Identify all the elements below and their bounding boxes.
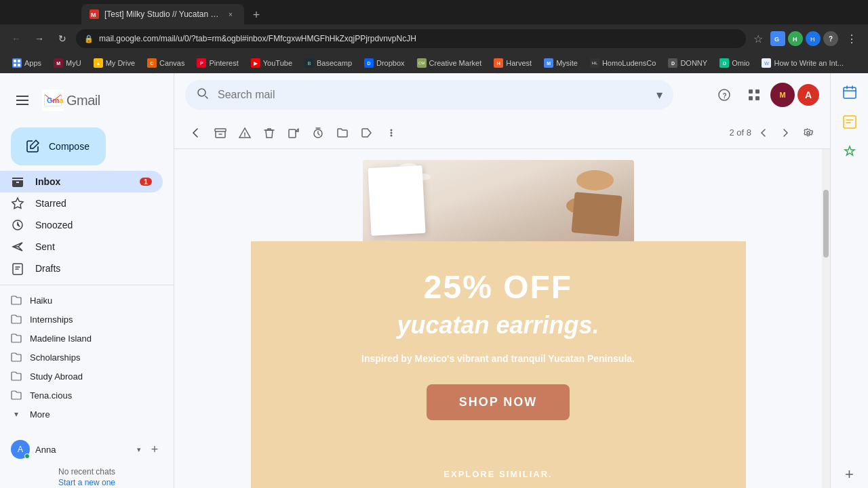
chat-user: A Anna ▾ + xyxy=(11,440,163,459)
svg-rect-27 xyxy=(289,129,296,138)
right-add-button[interactable]: + xyxy=(836,461,863,488)
more-actions-button[interactable] xyxy=(380,122,402,144)
gmail-icon: Gmail xyxy=(42,89,64,111)
chat-avatar[interactable]: A xyxy=(11,440,30,459)
bookmark-dropbox[interactable]: D Dropbox xyxy=(359,55,410,71)
start-chat-link[interactable]: Start a new one xyxy=(11,478,163,487)
canvas-label: Canvas xyxy=(159,59,184,67)
browser-menu-button[interactable]: ⋮ xyxy=(842,29,861,48)
add-chat-button[interactable]: + xyxy=(146,441,163,458)
umn-logo-button[interactable]: M xyxy=(770,83,795,107)
forward-button[interactable]: → xyxy=(30,29,49,48)
pagination-text: 2 of 8 xyxy=(729,127,751,138)
bookmark-youtube[interactable]: ▶ YouTube xyxy=(245,55,298,71)
label-madeline-island[interactable]: Madeline Island xyxy=(0,329,163,348)
search-dropdown-button[interactable]: ▾ xyxy=(656,87,663,102)
folder-button[interactable] xyxy=(332,122,353,144)
creative-market-icon: CM xyxy=(417,58,427,68)
delete-button[interactable] xyxy=(258,122,280,144)
bookmark-donny[interactable]: D DONNY xyxy=(663,55,713,71)
next-email-button[interactable] xyxy=(776,123,795,142)
gmail-app: Gmail Gmail Compose Inbox 1 xyxy=(0,73,868,488)
move-to-button[interactable] xyxy=(283,122,304,144)
bookmark-omio[interactable]: O Omio xyxy=(714,55,755,71)
ext-help-icon[interactable]: ? xyxy=(823,31,838,46)
bookmark-how-to[interactable]: W How to Write an Int... xyxy=(756,55,849,71)
bookmark-harvest[interactable]: H Harvest xyxy=(488,55,537,71)
compose-button[interactable]: Compose xyxy=(11,127,106,165)
bookmark-canvas[interactable]: C Canvas xyxy=(142,55,190,71)
bookmark-myu[interactable]: M MyU xyxy=(48,55,87,71)
nav-item-snoozed[interactable]: Snoozed xyxy=(0,214,163,236)
ext-icon-3[interactable]: H xyxy=(806,31,821,46)
snooze-button[interactable] xyxy=(307,122,329,144)
email-settings-button[interactable] xyxy=(797,122,819,144)
right-keep-icon[interactable] xyxy=(836,138,863,165)
bookmark-basecamp[interactable]: B Basecamp xyxy=(299,55,357,71)
holudens-icon: HL xyxy=(590,58,599,68)
search-bar[interactable]: ▾ xyxy=(185,80,673,110)
bookmark-mysite[interactable]: M Mysite xyxy=(538,55,583,71)
more-item[interactable]: ▾ More xyxy=(0,405,174,424)
scrollbar-thumb[interactable] xyxy=(823,190,829,258)
label-folder-icon xyxy=(11,295,22,306)
bookmark-holudens[interactable]: HL HomoLudensCo xyxy=(585,55,662,71)
creative-market-label: Creative Market xyxy=(429,59,482,67)
svg-rect-10 xyxy=(14,60,16,62)
right-calendar-icon[interactable] xyxy=(836,79,863,106)
canvas-icon: C xyxy=(147,58,157,68)
label-folder-icon-3 xyxy=(11,333,22,344)
starred-label: Starred xyxy=(35,198,152,209)
archive-button[interactable] xyxy=(210,122,231,144)
report-spam-button[interactable] xyxy=(234,122,256,144)
mysite-icon: M xyxy=(544,58,553,68)
nav-item-inbox[interactable]: Inbox 1 xyxy=(0,171,163,192)
prev-email-button[interactable] xyxy=(754,123,773,142)
help-button[interactable]: ? xyxy=(711,81,738,108)
svg-rect-32 xyxy=(844,87,856,98)
back-button[interactable]: ← xyxy=(7,29,26,48)
no-chats-text: No recent chats xyxy=(11,467,163,476)
tab-close-button[interactable]: × xyxy=(225,9,236,20)
hamburger-menu-button[interactable] xyxy=(11,90,34,110)
mysite-label: Mysite xyxy=(556,59,578,67)
email-tagline: Inspired by Mexico's vibrant and tranqui… xyxy=(278,353,719,364)
nav-items: Inbox 1 Starred Snoozed Sent xyxy=(0,171,174,279)
bookmark-creative-market[interactable]: CM Creative Market xyxy=(412,55,488,71)
email-toolbar: 2 of 8 xyxy=(174,117,830,149)
label-internships[interactable]: Internships xyxy=(0,310,163,329)
right-tasks-icon[interactable] xyxy=(836,108,863,136)
ext-icon-1[interactable]: G xyxy=(770,31,785,46)
refresh-button[interactable]: ↻ xyxy=(53,29,72,48)
url-text: mail.google.com/mail/u/0/?tab=rm&ogbl#in… xyxy=(99,34,738,43)
tab-bar: M [Test] Milky Studio // Yucatan E... × … xyxy=(0,0,868,24)
bookmark-drive[interactable]: ▲ My Drive xyxy=(88,55,140,71)
new-tab-button[interactable]: + xyxy=(247,5,266,24)
search-input[interactable] xyxy=(218,89,648,101)
bookmark-apps[interactable]: Apps xyxy=(7,55,47,71)
shop-now-button[interactable]: SHOP NOW xyxy=(427,384,570,420)
user-avatar-button[interactable]: A xyxy=(797,84,819,106)
nav-item-drafts[interactable]: Drafts xyxy=(0,258,163,279)
bookmark-star-button[interactable]: ☆ xyxy=(750,30,766,47)
drafts-label: Drafts xyxy=(35,263,152,274)
svg-rect-24 xyxy=(749,96,753,100)
nav-item-starred[interactable]: Starred xyxy=(0,192,163,214)
apps-grid-button[interactable] xyxy=(741,81,768,108)
bookmark-pinterest[interactable]: P Pinterest xyxy=(191,55,243,71)
back-to-list-button[interactable] xyxy=(185,122,207,144)
address-bar[interactable]: 🔒 mail.google.com/mail/u/0/?tab=rm&ogbl#… xyxy=(76,29,746,48)
label-tena-cious[interactable]: Tena.cious xyxy=(0,386,163,405)
scholarships-label: Scholarships xyxy=(30,352,80,363)
label-scholarships[interactable]: Scholarships xyxy=(0,348,163,367)
ext-icon-2[interactable]: H xyxy=(788,31,803,46)
scrollbar-track[interactable] xyxy=(822,149,830,488)
label-button[interactable] xyxy=(356,122,378,144)
label-haiku[interactable]: Haiku xyxy=(0,291,163,310)
active-tab[interactable]: M [Test] Milky Studio // Yucatan E... × xyxy=(81,4,244,24)
label-study-abroad[interactable]: Study Abroad xyxy=(0,367,163,386)
svg-text:?: ? xyxy=(829,35,833,43)
nav-item-sent[interactable]: Sent xyxy=(0,236,163,258)
header-right-icons: ? M A xyxy=(711,81,819,108)
apps-bookmark-label: Apps xyxy=(24,59,41,67)
